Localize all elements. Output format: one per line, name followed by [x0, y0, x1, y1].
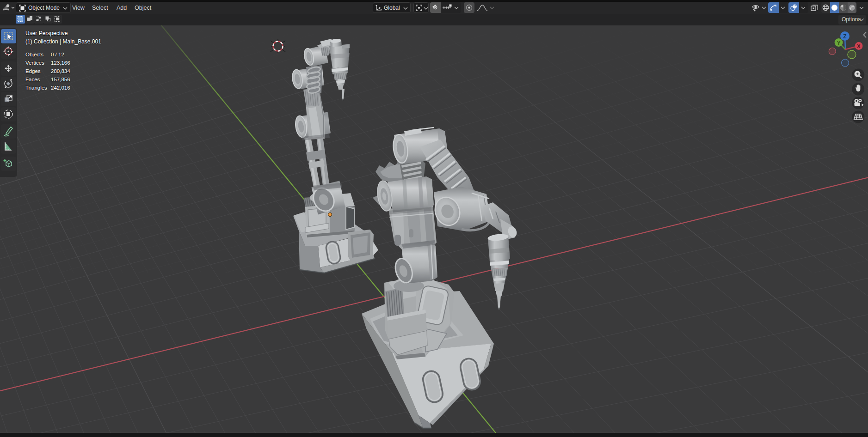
svg-text:Z: Z	[843, 33, 846, 40]
svg-text:Y: Y	[837, 40, 841, 46]
svg-text:X: X	[857, 43, 861, 49]
